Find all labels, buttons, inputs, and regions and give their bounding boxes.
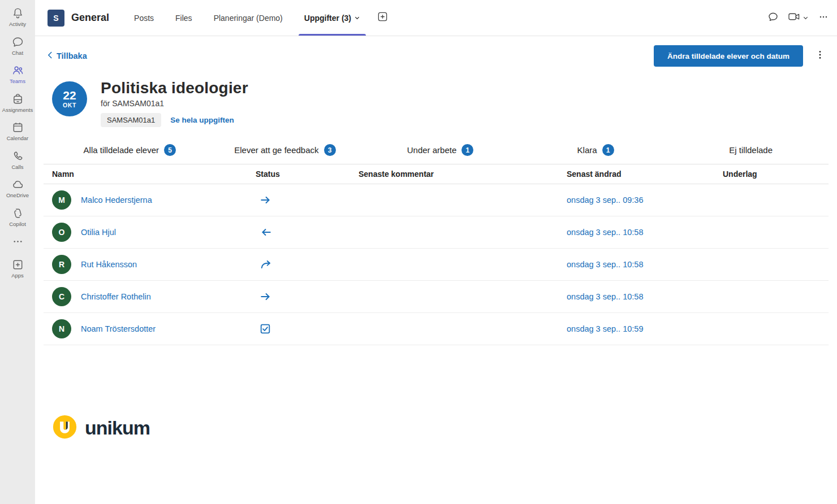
table-row[interactable]: N Noam Tröstersdotter onsdag 3 sep.. 10:… xyxy=(44,313,829,345)
last-modified: onsdag 3 sep.. 10:58 xyxy=(567,260,723,269)
sidebar-item-activity[interactable]: Activity xyxy=(0,2,35,31)
sidebar-label: Apps xyxy=(11,273,24,279)
channel-header: S General Posts Files Planeringar (Demo)… xyxy=(35,0,837,36)
avatar: M xyxy=(52,190,71,210)
chevron-left-icon xyxy=(48,51,53,60)
sidebar-item-more[interactable] xyxy=(0,231,35,254)
apps-icon xyxy=(11,258,24,271)
filter-label: Alla tilldelade elever xyxy=(84,145,159,155)
filter-label: Ej tilldelade xyxy=(729,145,773,155)
tab-label: Uppgifter (3) xyxy=(304,14,351,23)
filter-tab-unassigned[interactable]: Ej tilldelade xyxy=(673,141,829,164)
filter-tab-done[interactable]: Klara 1 xyxy=(518,141,674,164)
students-table: Namn Status Senaste kommentar Senast änd… xyxy=(44,164,829,345)
group-chip[interactable]: SAMSAM01a1 xyxy=(101,113,161,127)
tab-posts[interactable]: Posts xyxy=(133,0,155,36)
see-full-assignment-link[interactable]: Se hela uppgiften xyxy=(170,116,234,124)
sidebar-item-calendar[interactable]: Calendar xyxy=(0,116,35,145)
sidebar-label: Activity xyxy=(9,21,26,27)
table-row[interactable]: M Malco Hederstjerna onsdag 3 sep.. 09:3… xyxy=(44,184,829,216)
copilot-icon xyxy=(11,207,24,220)
student-name-link[interactable]: Noam Tröstersdotter xyxy=(81,324,156,333)
status-arrow-right-icon xyxy=(256,292,359,302)
tab-files[interactable]: Files xyxy=(174,0,193,36)
student-name-link[interactable]: Otilia Hjul xyxy=(81,228,116,237)
uppgifter-tab-content: Tillbaka Ändra tilldelade elever och dat… xyxy=(35,36,837,504)
add-tab-button[interactable] xyxy=(377,0,388,36)
student-name-link[interactable]: Christoffer Rothelin xyxy=(81,292,151,301)
cloud-icon xyxy=(11,178,24,191)
sidebar-label: Copilot xyxy=(9,221,26,227)
status-arrow-left-icon xyxy=(256,227,359,237)
tab-uppgifter[interactable]: Uppgifter (3) xyxy=(303,0,361,36)
count-badge: 3 xyxy=(324,144,336,156)
avatar: O xyxy=(52,223,71,242)
sidebar-item-teams[interactable]: Teams xyxy=(0,59,35,88)
table-header-row: Namn Status Senaste kommentar Senast änd… xyxy=(44,164,829,184)
back-link[interactable]: Tillbaka xyxy=(48,51,87,60)
sidebar-label: Calendar xyxy=(7,136,29,141)
more-options-button[interactable] xyxy=(818,11,829,25)
table-row[interactable]: C Christoffer Rothelin onsdag 3 sep.. 10… xyxy=(44,281,829,313)
count-badge: 5 xyxy=(164,144,176,156)
column-header-status: Status xyxy=(256,170,359,179)
chevron-down-icon xyxy=(803,13,809,23)
sidebar-item-calls[interactable]: Calls xyxy=(0,145,35,174)
column-header-kommentar: Senaste kommentar xyxy=(359,170,567,179)
filter-label: Elever att ge feedback xyxy=(234,145,318,155)
unikum-wordmark: unikum xyxy=(85,417,150,439)
filter-tab-all[interactable]: Alla tilldelade elever 5 xyxy=(52,141,208,164)
filter-tab-in-progress[interactable]: Under arbete 1 xyxy=(363,141,518,164)
last-modified: onsdag 3 sep.. 10:58 xyxy=(567,228,723,237)
status-arrow-forward-icon xyxy=(256,259,359,270)
status-arrow-right-icon xyxy=(256,195,359,205)
last-modified: onsdag 3 sep.. 09:36 xyxy=(567,195,723,205)
filter-tab-feedback[interactable]: Elever att ge feedback 3 xyxy=(208,141,363,164)
sidebar-item-assignments[interactable]: Assignments xyxy=(0,88,35,117)
unikum-logo: unikum xyxy=(52,414,837,442)
sidebar-item-apps[interactable]: Apps xyxy=(0,254,35,283)
sidebar-label: Chat xyxy=(12,50,23,56)
count-badge: 1 xyxy=(602,144,614,156)
sidebar-label: Teams xyxy=(10,79,25,84)
chat-icon xyxy=(11,36,24,49)
student-name-link[interactable]: Rut Håkensson xyxy=(81,260,137,269)
more-horizontal-icon xyxy=(818,11,829,25)
last-modified: onsdag 3 sep.. 10:58 xyxy=(567,292,723,301)
column-header-underlag: Underlag xyxy=(723,170,829,179)
channel-title: General xyxy=(71,12,109,24)
count-badge: 1 xyxy=(461,144,473,156)
assignment-title: Politiska ideologier xyxy=(101,79,248,97)
due-date-badge: 22 OKT xyxy=(52,81,87,116)
avatar: N xyxy=(52,319,71,338)
kebab-menu-button[interactable] xyxy=(811,47,829,65)
column-header-andrad: Senast ändrad xyxy=(567,170,723,179)
edit-assigned-students-button[interactable]: Ändra tilldelade elever och datum xyxy=(654,45,803,67)
channel-tabs: Posts Files Planeringar (Demo) Uppgifter… xyxy=(133,0,388,36)
table-row[interactable]: R Rut Håkensson onsdag 3 sep.. 10:58 xyxy=(44,249,829,281)
avatar: R xyxy=(52,255,71,274)
sidebar-label: Calls xyxy=(11,164,23,170)
chevron-down-icon xyxy=(354,14,360,23)
tab-planeringar[interactable]: Planeringar (Demo) xyxy=(213,0,284,36)
sidebar-item-onedrive[interactable]: OneDrive xyxy=(0,173,35,202)
column-header-namn: Namn xyxy=(52,170,256,179)
open-conversation-button[interactable] xyxy=(767,11,779,25)
table-row[interactable]: O Otilia Hjul onsdag 3 sep.. 10:58 xyxy=(44,216,829,249)
meet-button[interactable] xyxy=(788,11,809,24)
student-name-link[interactable]: Malco Hederstjerna xyxy=(81,195,152,205)
sidebar-item-copilot[interactable]: Copilot xyxy=(0,202,35,231)
filter-label: Klara xyxy=(577,145,597,155)
team-avatar[interactable]: S xyxy=(48,10,64,27)
sidebar-item-chat[interactable]: Chat xyxy=(0,31,35,60)
due-date-month: OKT xyxy=(63,102,76,108)
calendar-icon xyxy=(11,121,24,134)
tab-label: Planeringar (Demo) xyxy=(214,14,283,23)
people-icon xyxy=(11,64,24,77)
filter-label: Under arbete xyxy=(407,145,457,155)
app-rail: Activity Chat Teams Assignments Calendar… xyxy=(0,0,35,504)
back-label: Tillbaka xyxy=(57,51,87,60)
avatar: C xyxy=(52,287,71,306)
tab-label: Posts xyxy=(134,14,154,23)
assignment-toolbar: Tillbaka Ändra tilldelade elever och dat… xyxy=(35,36,837,73)
